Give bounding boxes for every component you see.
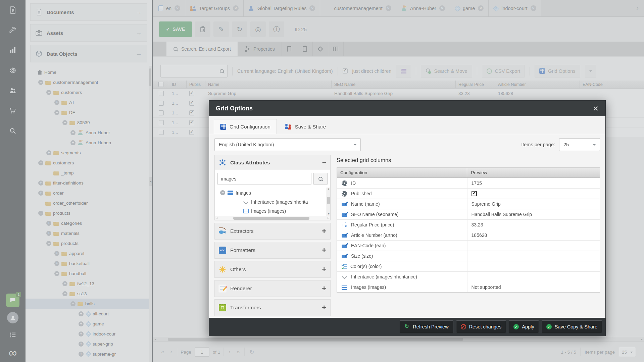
dialog-footer-button[interactable]: Refresh Preview <box>400 320 453 333</box>
dialog-footer-button[interactable]: Save Copy & Share <box>542 320 602 333</box>
attribute-tree-node[interactable]: Images <box>215 188 330 197</box>
button-label: Save Copy & Share <box>555 324 597 329</box>
dialog-footer-button[interactable]: Reset changes <box>456 320 506 333</box>
button-icon <box>404 324 410 329</box>
attribute-search-input[interactable] <box>217 173 311 185</box>
config-row[interactable]: Size (size) <box>337 251 600 261</box>
attribute-source-panel: Class Attributes − ▲▼ Images <box>214 155 331 318</box>
configuration-column-header[interactable]: Configuration <box>337 168 467 177</box>
attribute-icon <box>228 191 233 195</box>
search-icon <box>318 176 323 182</box>
accordion-header[interactable]: Extractors + <box>214 223 331 240</box>
accordion-icon <box>219 266 226 273</box>
attribute-search-button[interactable] <box>313 173 328 185</box>
expand-plus-icon[interactable]: + <box>322 247 326 254</box>
tab-save-and-share[interactable]: Save & Share <box>279 119 332 134</box>
preview-column-header[interactable]: Preview <box>467 168 600 177</box>
attribute-type-icon <box>342 245 347 248</box>
config-row[interactable]: Article Number (artno) 185628 <box>337 230 600 240</box>
preview-checkbox <box>472 191 477 196</box>
attribute-icon <box>243 208 249 214</box>
attribute-type-icon <box>342 213 347 217</box>
config-table-header: Configuration Preview <box>337 168 600 178</box>
class-attributes-header[interactable]: Class Attributes − <box>215 155 330 170</box>
chevron-down-icon <box>354 144 356 147</box>
items-per-page-label: Items per page: <box>521 142 555 147</box>
attribute-label: EAN-Code (ean) <box>351 243 386 248</box>
tree-vertical-scrollbar[interactable]: ▲▼ <box>327 188 330 216</box>
tree-horizontal-scrollbar[interactable]: ◄ ► <box>215 216 330 220</box>
scrollbar-thumb[interactable] <box>327 197 330 204</box>
button-icon <box>513 324 519 329</box>
dialog-titlebar[interactable]: Grid Options ✕ <box>209 101 605 116</box>
attribute-tree-node[interactable]: Inheritance (imagesInherita <box>215 197 330 206</box>
button-label: Refresh Preview <box>413 324 448 329</box>
expand-plus-icon[interactable]: + <box>322 304 326 311</box>
attribute-type-icon <box>342 274 347 280</box>
attribute-type-icon <box>342 285 347 290</box>
config-row[interactable]: Inheritance (imagesInheritance) <box>337 271 600 282</box>
attribute-label: ID <box>351 180 356 186</box>
tab-grid-configuration[interactable]: Grid Configuration <box>214 119 277 134</box>
accordion-header[interactable]: Others + <box>214 261 331 278</box>
attribute-type-icon <box>342 191 347 197</box>
config-row[interactable]: Images (images) Not supported <box>337 282 600 292</box>
preview-value: Handball Balls Supreme Grip <box>472 212 532 217</box>
accordion-icon <box>219 285 226 292</box>
attribute-label: Images <box>236 190 251 196</box>
button-icon <box>461 324 466 329</box>
tree-toggle-icon[interactable] <box>220 190 225 195</box>
config-row[interactable]: EAN-Code (ean) <box>337 240 600 251</box>
config-row[interactable]: Color(s) (color) <box>337 261 600 271</box>
attribute-label: Inheritance (imagesInheritance) <box>351 274 417 279</box>
attribute-label: Color(s) (color) <box>350 264 382 269</box>
attribute-type-icon <box>342 264 347 269</box>
language-select[interactable]: English (United Kingdom) <box>214 138 361 151</box>
config-row[interactable]: ID 1705 <box>337 178 600 188</box>
scrollbar-thumb[interactable] <box>233 217 309 220</box>
collapse-minus-icon[interactable]: − <box>322 159 326 166</box>
selected-columns-panel: Selected grid columns Configuration Prev… <box>337 155 600 318</box>
expand-plus-icon[interactable]: + <box>322 228 326 235</box>
scroll-down-icon[interactable]: ▼ <box>328 213 330 215</box>
class-attributes-title: Class Attributes <box>230 160 270 166</box>
items-per-page-select[interactable]: 25 <box>559 138 600 151</box>
dialog-tabs: Grid Configuration Save & Share <box>209 116 605 134</box>
accordion-label: Renderer <box>230 286 252 292</box>
close-icon[interactable]: ✕ <box>593 105 599 112</box>
grid-configuration-icon <box>220 124 226 130</box>
preview-value: 33.23 <box>472 222 483 227</box>
expand-plus-icon[interactable]: + <box>322 285 326 292</box>
operator-accordions: Extractors + Formatters + Others + <box>214 223 331 316</box>
attribute-type-icon <box>342 203 347 206</box>
language-value: English (United Kingdom) <box>219 142 274 147</box>
config-rows: ID 1705 Published <box>337 178 600 292</box>
config-row[interactable]: Published <box>337 188 600 199</box>
scroll-left-icon[interactable]: ◄ <box>215 217 218 219</box>
config-row[interactable]: Name (name) Supreme Grip <box>337 199 600 209</box>
accordion-header[interactable]: Transformers + <box>214 299 331 316</box>
attribute-label: Regular Price (price) <box>351 222 394 227</box>
preview-value: Supreme Grip <box>472 201 501 207</box>
attribute-label: Size (size) <box>351 253 373 259</box>
preview-value: Not supported <box>472 285 501 290</box>
attribute-label: Article Number (artno) <box>351 232 397 238</box>
expand-plus-icon[interactable]: + <box>322 266 326 273</box>
attribute-label: SEO Name (seoname) <box>351 212 399 217</box>
attribute-label: Images (images) <box>251 208 286 214</box>
dialog-footer-button[interactable]: Apply <box>509 320 539 333</box>
scroll-right-icon[interactable]: ► <box>327 217 330 219</box>
accordion-label: Transformers <box>230 305 261 311</box>
attribute-label: Name (name) <box>351 201 380 207</box>
attribute-tree-node[interactable]: Images (images) <box>215 206 330 215</box>
preview-value: 1705 <box>472 180 482 186</box>
button-label: Reset changes <box>469 324 502 329</box>
attribute-label: Published <box>351 191 372 196</box>
config-row[interactable]: SEO Name (seoname) Handball Balls Suprem… <box>337 209 600 219</box>
dialog-footer: Refresh Preview Reset changes Apply Save… <box>209 318 605 336</box>
attribute-tree: ▲▼ Images Inheritance (imagesInherita <box>215 188 330 216</box>
config-row[interactable]: Regular Price (price) 33.23 <box>337 219 600 230</box>
accordion-header[interactable]: Renderer + <box>214 280 331 297</box>
accordion-header[interactable]: Formatters + <box>214 242 331 259</box>
attribute-type-icon <box>342 234 347 238</box>
